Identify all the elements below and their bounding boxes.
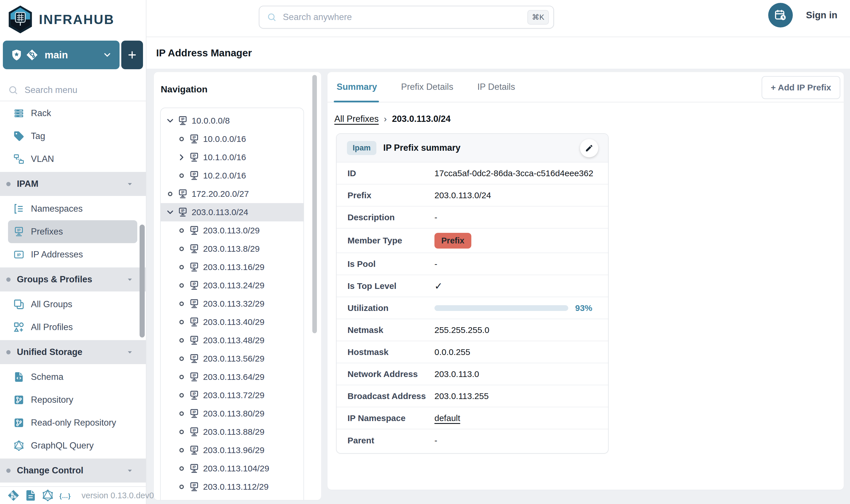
sidebar-section-ipam[interactable]: IPAM	[0, 172, 146, 196]
ip-network-icon: IP	[189, 445, 200, 456]
tree-item-203-0-113-80-29[interactable]: IP203.0.113.80/29	[161, 404, 304, 423]
tree-item-203-0-113-120-29[interactable]: IP203.0.113.120/29	[161, 496, 304, 500]
svg-text:IP: IP	[193, 410, 196, 414]
branch-name: main	[44, 49, 68, 61]
tree-item-203-0-113-48-29[interactable]: IP203.0.113.48/29	[161, 331, 304, 349]
sidebar-section-label: IPAM	[17, 179, 38, 189]
sign-in-button[interactable]: Sign in	[806, 0, 837, 30]
tree-item-203-0-113-8-29[interactable]: IP203.0.113.8/29	[161, 240, 304, 258]
sidebar-item-prefixes[interactable]: IPPrefixes	[8, 220, 137, 243]
sidebar-item-label: Schema	[31, 372, 64, 382]
sidebar-item-tag[interactable]: Tag	[8, 125, 137, 148]
tree-item-10-1-0-0-16[interactable]: IP10.1.0.0/16	[161, 148, 304, 166]
bullet-dot-icon	[6, 277, 11, 282]
ip-network-icon: IP	[189, 463, 200, 474]
sidebar-item-label: GraphQL Query	[31, 440, 93, 451]
search-shortcut-badge: ⌘K	[527, 10, 549, 24]
document-icon[interactable]	[24, 489, 37, 502]
chevron-down-icon[interactable]	[165, 116, 175, 126]
sidebar-section-unified-storage[interactable]: Unified Storage	[0, 340, 146, 364]
sidebar-menu: RackTagVLANIPAMNamespacesIPPrefixesIPIP …	[0, 102, 146, 484]
summary-row-is-pool: Is Pool-	[337, 253, 608, 275]
tree-item-203-0-113-104-29[interactable]: IP203.0.113.104/29	[161, 460, 304, 478]
tree-item-203-0-113-64-29[interactable]: IP203.0.113.64/29	[161, 368, 304, 386]
sidebar-item-read-only-repository[interactable]: Read-only Repository	[8, 411, 137, 434]
ip-network-icon: IP	[189, 133, 200, 144]
braces-icon[interactable]: {…}	[59, 489, 71, 502]
sidebar-item-label: IP Addresses	[31, 249, 83, 260]
app-logo[interactable]: INFRAHUB	[0, 0, 146, 35]
svg-text:IP: IP	[181, 209, 184, 213]
branch-selector[interactable]: main	[3, 41, 120, 69]
row-label: Network Address	[347, 369, 434, 379]
chevron-down-icon[interactable]	[165, 208, 175, 217]
add-branch-button[interactable]	[121, 41, 143, 69]
branch-bar: main	[3, 41, 143, 69]
chevron-right-icon[interactable]	[177, 152, 186, 162]
profiles-icon	[13, 322, 24, 333]
pencil-icon	[585, 144, 594, 152]
calendar-clock-icon	[774, 8, 787, 22]
sidebar-item-all-groups[interactable]: All Groups	[8, 293, 137, 316]
sidebar-scrollbar[interactable]	[140, 224, 145, 338]
row-label: ID	[347, 168, 434, 178]
summary-row-broadcast-address: Broadcast Address203.0.113.255	[337, 385, 608, 407]
tree-item-203-0-113-16-29[interactable]: IP203.0.113.16/29	[161, 258, 304, 276]
sidebar-item-vlan[interactable]: VLAN	[8, 148, 137, 170]
sidebar-section-groups-profiles[interactable]: Groups & Profiles	[0, 267, 146, 291]
row-label: Hostmask	[347, 347, 434, 357]
circle-icon	[177, 427, 186, 437]
tree-item-203-0-113-0-29[interactable]: IP203.0.113.0/29	[161, 221, 304, 240]
schedule-avatar-button[interactable]	[768, 3, 793, 28]
tree-item-label: 203.0.113.64/29	[203, 372, 265, 382]
tree-item-203-0-113-96-29[interactable]: IP203.0.113.96/29	[161, 441, 304, 460]
sidebar-item-rack[interactable]: Rack	[8, 102, 137, 125]
global-search-input[interactable]	[282, 12, 522, 23]
git-branch-icon	[26, 49, 38, 61]
tree-item-203-0-113-0-24[interactable]: IP203.0.113.0/24	[161, 203, 304, 221]
tree-item-10-0-0-0-8[interactable]: IP10.0.0.0/8	[161, 111, 304, 130]
sidebar-item-label: Namespaces	[31, 204, 83, 214]
tree-item-203-0-113-56-29[interactable]: IP203.0.113.56/29	[161, 349, 304, 368]
tree-item-172-20-20-0-27[interactable]: IP172.20.20.0/27	[161, 185, 304, 203]
sidebar-section-change-control[interactable]: Change Control	[0, 458, 146, 483]
tree-item-10-0-0-0-16[interactable]: IP10.0.0.0/16	[161, 130, 304, 148]
sidebar-item-graphql-query[interactable]: GraphQL Query	[8, 434, 137, 457]
graphql-icon[interactable]	[41, 489, 54, 502]
ip-network-icon: IP	[189, 500, 200, 500]
sidebar-item-label: Repository	[31, 395, 73, 405]
global-search: ⌘K	[259, 6, 554, 29]
breadcrumb-all-prefixes-link[interactable]: All Prefixes	[334, 114, 379, 124]
tab-prefix-details[interactable]: Prefix Details	[401, 82, 453, 92]
sidebar-item-all-profiles[interactable]: All Profiles	[8, 316, 137, 339]
sidebar-search-input[interactable]	[24, 85, 120, 95]
sidebar-item-repository[interactable]: Repository	[8, 389, 137, 411]
tree-item-203-0-113-112-29[interactable]: IP203.0.113.112/29	[161, 478, 304, 496]
sidebar-item-namespaces[interactable]: Namespaces	[8, 197, 137, 220]
tree-item-203-0-113-32-29[interactable]: IP203.0.113.32/29	[161, 294, 304, 313]
tab-summary[interactable]: Summary	[337, 82, 377, 92]
tree-item-203-0-113-88-29[interactable]: IP203.0.113.88/29	[161, 423, 304, 441]
ip-namespace-link[interactable]: default	[434, 413, 460, 423]
sidebar-item-schema[interactable]: Schema	[8, 365, 137, 389]
edit-button[interactable]	[580, 139, 598, 157]
svg-text:IP: IP	[181, 117, 184, 121]
tree-item-203-0-113-24-29[interactable]: IP203.0.113.24/29	[161, 276, 304, 294]
tree-scrollbar[interactable]	[312, 75, 317, 333]
sidebar-item-label: Prefixes	[31, 227, 63, 237]
row-value: 255.255.255.0	[434, 325, 489, 335]
add-ip-prefix-button[interactable]: + Add IP Prefix	[762, 76, 840, 99]
tree-item-203-0-113-72-29[interactable]: IP203.0.113.72/29	[161, 386, 304, 404]
git-icon[interactable]	[7, 489, 20, 502]
circle-icon	[177, 482, 186, 492]
circle-icon	[177, 281, 186, 290]
search-icon	[8, 85, 18, 95]
tree-item-label: 203.0.113.48/29	[203, 336, 265, 345]
sidebar-section-label: Change Control	[17, 465, 84, 476]
tab-ip-details[interactable]: IP Details	[477, 82, 515, 92]
svg-text:IP: IP	[193, 154, 196, 158]
tree-item-10-2-0-0-16[interactable]: IP10.2.0.0/16	[161, 166, 304, 185]
sidebar-item-ip-addresses[interactable]: IPIP Addresses	[8, 243, 137, 266]
tree-item-203-0-113-40-29[interactable]: IP203.0.113.40/29	[161, 313, 304, 331]
summary-row-member-type: Member TypePrefix	[337, 229, 608, 253]
